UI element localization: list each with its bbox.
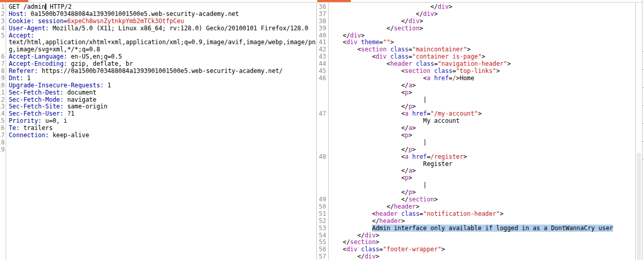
line-number xyxy=(317,103,328,110)
line-number: 38 xyxy=(317,18,328,25)
request-line: Sec-Fetch-Site: same-origin xyxy=(9,103,316,110)
line-number xyxy=(317,175,328,182)
response-line: </p> xyxy=(332,146,635,154)
response-editor: 3637383940414243444546474849505152535455… xyxy=(317,3,636,260)
request-line: GET /admin HTTP/2 xyxy=(9,4,316,11)
line-number xyxy=(317,89,328,97)
line-number: 16 xyxy=(0,125,6,132)
line-number: 19 xyxy=(0,146,6,154)
response-line: <header class="navigation-header"> xyxy=(332,61,635,68)
request-line: Connection: keep-alive xyxy=(9,132,316,139)
response-line: </div> xyxy=(332,32,635,40)
request-line-number-gutter: 12345678910111213141516171819 xyxy=(0,3,6,260)
response-line: </header> xyxy=(332,218,635,225)
line-number: 56 xyxy=(317,246,328,253)
request-line: Sec-Fetch-Mode: navigate xyxy=(9,97,316,104)
request-line: g,image/svg+xml,*/*;q=0.8 xyxy=(9,46,316,53)
line-number: 9 xyxy=(0,75,6,82)
line-number xyxy=(0,39,6,46)
line-number: 51 xyxy=(317,211,328,218)
line-number xyxy=(317,168,328,175)
line-number xyxy=(317,97,328,104)
request-line: Accept-Language: en-US,en;q=0.5 xyxy=(9,53,316,61)
response-line: </div> xyxy=(332,11,635,18)
line-number: 36 xyxy=(317,4,328,11)
response-line: </a> xyxy=(332,125,635,132)
request-line: text/html,application/xhtml+xml,applicat… xyxy=(9,39,316,46)
http-message-editor: 12345678910111213141516171819 GET /admin… xyxy=(0,0,644,260)
line-number: 55 xyxy=(317,239,328,246)
response-line: </a> xyxy=(332,82,635,89)
line-number xyxy=(0,46,6,53)
request-line: Referer: https://0a1500b703488084a139390… xyxy=(9,68,316,75)
request-code-area[interactable]: GET /admin HTTP/2Host: 0a1500b703488084a… xyxy=(6,3,316,260)
line-number: 4 xyxy=(0,25,6,32)
line-number: 41 xyxy=(317,39,328,46)
line-number: 45 xyxy=(317,68,328,75)
response-line: Register xyxy=(332,161,635,168)
request-line: Host: 0a1500b703488084a1393901001500e5.w… xyxy=(9,11,316,18)
line-number: 1 xyxy=(0,4,6,11)
line-number xyxy=(317,182,328,189)
scrollbar-thumb[interactable] xyxy=(637,153,641,260)
line-number: 37 xyxy=(317,11,328,18)
line-number xyxy=(317,118,328,125)
request-line: User-Agent: Mozilla/5.0 (X11; Linux x86_… xyxy=(9,25,316,32)
line-number xyxy=(317,125,328,132)
response-line: </section> xyxy=(332,25,635,32)
line-number: 50 xyxy=(317,203,328,211)
line-number: 6 xyxy=(0,53,6,61)
scroll-marker-strip xyxy=(642,0,644,260)
response-line: <p> xyxy=(332,175,635,182)
response-line: <section class="top-links"> xyxy=(332,68,635,75)
response-selected-tab-indicator xyxy=(317,0,351,2)
line-number: 10 xyxy=(0,82,6,89)
response-line: <header class="notification-header"> xyxy=(332,211,635,218)
line-number: 17 xyxy=(0,132,6,139)
line-number: 43 xyxy=(317,53,328,61)
response-line: <a href=/register> xyxy=(332,154,635,161)
line-number xyxy=(317,189,328,196)
line-number: 5 xyxy=(0,32,6,40)
request-line: Cookie: session=6xpeCh8wsnZytnkpYmb2mTCk… xyxy=(9,18,316,25)
response-line: <section class="maincontainer"> xyxy=(332,46,635,53)
line-number xyxy=(317,132,328,139)
request-line: Priority: u=0, i xyxy=(9,118,316,125)
line-number: 12 xyxy=(0,97,6,104)
response-line: </a> xyxy=(332,168,635,175)
response-line: <div class="footer-wrapper"> xyxy=(332,246,635,253)
response-line: <div theme=""> xyxy=(332,39,635,46)
request-line xyxy=(9,139,316,146)
response-line: <p> xyxy=(332,132,635,139)
request-line: Dnt: 1 xyxy=(9,75,316,82)
response-line: | xyxy=(332,97,635,104)
request-line: Sec-Fetch-User: ?1 xyxy=(9,110,316,118)
line-number: 3 xyxy=(0,18,6,25)
response-line: My account xyxy=(332,118,635,125)
response-line: <a href=/>Home xyxy=(332,75,635,82)
request-line: Upgrade-Insecure-Requests: 1 xyxy=(9,82,316,89)
line-number xyxy=(317,161,328,168)
line-number: 40 xyxy=(317,32,328,40)
line-number: 7 xyxy=(0,61,6,68)
response-line: Admin interface only available if logged… xyxy=(332,225,635,232)
line-number: 46 xyxy=(317,75,328,82)
request-line: Te: trailers xyxy=(9,125,316,132)
response-line: | xyxy=(332,139,635,146)
response-line-number-gutter: 3637383940414243444546474849505152535455… xyxy=(317,3,329,260)
response-scrollbar[interactable] xyxy=(636,3,642,260)
line-number: 48 xyxy=(317,154,328,161)
line-number xyxy=(317,146,328,154)
response-code-area[interactable]: </div> </div> </div> </section> </div> <… xyxy=(329,3,635,260)
response-line: </div> xyxy=(332,4,635,11)
line-number: 47 xyxy=(317,110,328,118)
line-number: 15 xyxy=(0,118,6,125)
response-line: | xyxy=(332,182,635,189)
request-line: Accept: xyxy=(9,32,316,40)
line-number: 49 xyxy=(317,196,328,203)
line-number: 13 xyxy=(0,103,6,110)
request-line: Accept-Encoding: gzip, deflate, br xyxy=(9,61,316,68)
line-number: 11 xyxy=(0,89,6,97)
response-line: </section> xyxy=(332,196,635,203)
response-line: </p> xyxy=(332,189,635,196)
